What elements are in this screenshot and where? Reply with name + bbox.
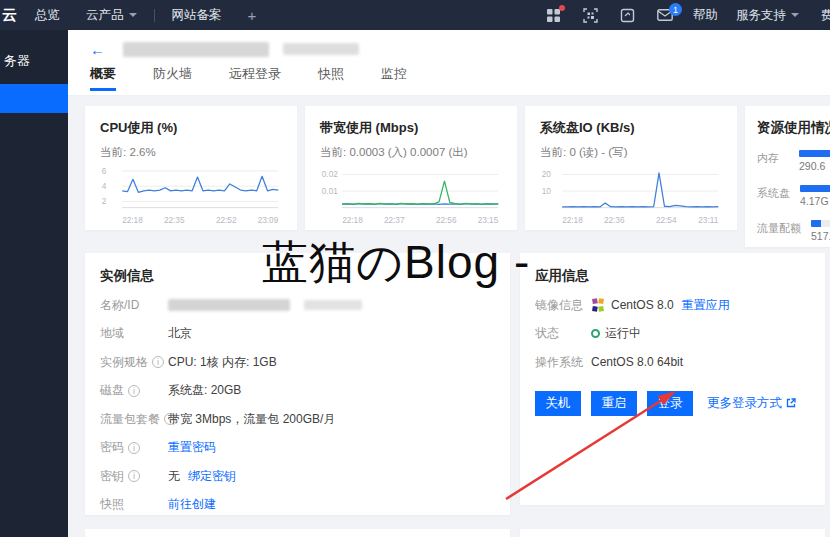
svg-text:22:18: 22:18 <box>562 216 583 225</box>
bandwidth-current-value: 当前: 0.0003 (入) 0.0007 (出) <box>320 145 502 160</box>
svg-text:2: 2 <box>102 197 107 206</box>
svg-text:23:15: 23:15 <box>478 216 499 225</box>
tab-overview[interactable]: 概要 <box>90 65 116 91</box>
tab-remote-login[interactable]: 远程登录 <box>229 65 281 91</box>
instance-name-redacted <box>168 299 290 311</box>
row-region: 地域 北京 <box>100 320 495 349</box>
topbar-right: 1 帮助 服务支持 费 <box>535 0 830 30</box>
svg-text:20: 20 <box>542 170 552 179</box>
instance-name-redacted <box>123 42 269 57</box>
reset-password-link[interactable]: 重置密码 <box>168 439 216 456</box>
instance-id-redacted <box>283 43 359 55</box>
shutdown-button[interactable]: 关机 <box>535 391 581 416</box>
row-traffic-package: 流量包套餐 带宽 3Mbps，流量包 200GB/月 <box>100 405 495 434</box>
restart-button[interactable]: 重启 <box>591 391 637 416</box>
nav-divider <box>154 9 155 22</box>
tab-snapshot[interactable]: 快照 <box>318 65 344 91</box>
memory-usage-value: 290.6 <box>799 160 830 172</box>
app-actions: 关机 重启 登录 更多登录方式 <box>535 391 810 416</box>
svg-text:22:18: 22:18 <box>122 216 143 225</box>
back-arrow-icon[interactable]: ← <box>90 42 105 57</box>
login-button[interactable]: 登录 <box>647 391 693 416</box>
memory-usage-bar <box>799 150 830 157</box>
info-icon[interactable] <box>152 356 164 368</box>
help-link[interactable]: 帮助 <box>684 0 727 30</box>
svg-text:22:54: 22:54 <box>656 216 677 225</box>
instance-id-redacted <box>304 300 362 310</box>
card-stub-right <box>520 529 825 537</box>
svg-text:23:11: 23:11 <box>698 216 718 225</box>
tab-monitor[interactable]: 监控 <box>381 65 407 91</box>
sidebar-item-selected[interactable] <box>0 84 68 113</box>
cloud-logo[interactable]: 云 <box>2 6 22 25</box>
cpu-usage-chart: 24622:1822:3522:5223:09 <box>100 163 282 227</box>
svg-text:6: 6 <box>102 167 107 176</box>
row-os: 操作系统 CentOS 8.0 64bit <box>535 348 810 377</box>
disk-usage-value: 4.17G <box>800 195 830 207</box>
scan-qr-icon[interactable] <box>583 8 598 23</box>
traffic-usage-bar <box>811 220 830 227</box>
svg-text:22:18: 22:18 <box>342 216 363 225</box>
more-login-methods-link[interactable]: 更多登录方式 <box>707 395 796 412</box>
disk-io-chart: 102022:1822:3622:5423:11 <box>540 163 722 227</box>
nav-website-record[interactable]: 网站备案 <box>159 0 235 30</box>
row-password: 密码 重置密码 <box>100 434 495 463</box>
left-sidebar: 务器 <box>0 30 68 537</box>
svg-text:22:35: 22:35 <box>164 216 185 225</box>
running-status-icon <box>591 329 600 338</box>
chevron-down-icon <box>791 13 799 17</box>
card-stub-left <box>85 529 510 537</box>
edge-partial-item[interactable]: 费 <box>812 0 830 30</box>
chevron-down-icon <box>129 13 137 17</box>
row-image-info: 镜像信息 CentOS 8.0 重置应用 <box>535 291 810 320</box>
svg-text:22:56: 22:56 <box>436 216 457 225</box>
disk-io-current-value: 当前: 0 (读) - (写) <box>540 145 722 160</box>
svg-text:10: 10 <box>542 187 552 196</box>
disk-io-card-title: 系统盘IO (KB/s) <box>540 119 722 137</box>
mail-badge: 1 <box>669 3 682 16</box>
sidebar-product-title: 务器 <box>0 30 68 70</box>
tab-bar: 概要 防火墙 远程登录 快照 监控 <box>68 65 830 91</box>
info-icon[interactable] <box>128 442 140 454</box>
svg-text:22:52: 22:52 <box>216 216 237 225</box>
resource-row-traffic-quota: 流量配额 517.9 <box>757 220 830 242</box>
traffic-usage-value: 517.9 <box>811 230 830 242</box>
reset-app-link[interactable]: 重置应用 <box>682 297 730 314</box>
centos-icon <box>591 298 605 312</box>
nav-cloud-products[interactable]: 云产品 <box>73 0 150 30</box>
row-disk: 磁盘 系统盘: 20GB <box>100 377 495 406</box>
disk-usage-bar <box>800 185 830 192</box>
card-resource-usage: 资源使用情况 内存 290.6 系统盘 4.17G 流量配额 517.9 <box>745 106 830 247</box>
info-icon[interactable] <box>128 470 140 482</box>
bandwidth-usage-chart: 0.010.0222:1822:3722:5623:15 <box>320 163 502 227</box>
info-icon[interactable] <box>128 385 140 397</box>
app-card-title: 应用信息 <box>535 267 810 285</box>
card-app-info: 应用信息 镜像信息 CentOS 8.0 重置应用 状态 运行中 <box>520 253 825 505</box>
row-name-id: 名称/ID <box>100 291 495 320</box>
create-snapshot-link[interactable]: 前往创建 <box>168 496 216 513</box>
cpu-card-title: CPU使用 (%) <box>100 119 282 137</box>
top-nav: 总览 云产品 网站备案 + <box>22 0 269 30</box>
row-snapshot: 快照 前往创建 <box>100 491 495 520</box>
card-bandwidth-usage: 带宽使用 (Mbps) 当前: 0.0003 (入) 0.0007 (出) 0.… <box>305 106 517 230</box>
tab-firewall[interactable]: 防火墙 <box>153 65 192 91</box>
console-grid-icon[interactable] <box>546 8 561 23</box>
bind-key-link[interactable]: 绑定密钥 <box>188 468 236 485</box>
document-icon[interactable] <box>620 8 635 23</box>
top-navbar: 云 总览 云产品 网站备案 + 1 帮助 服务支持 费 <box>0 0 830 30</box>
service-support-menu[interactable]: 服务支持 <box>727 0 808 30</box>
svg-text:22:36: 22:36 <box>604 216 625 225</box>
instance-header: ← 概要 防火墙 远程登录 快照 监控 <box>68 30 830 96</box>
row-instance-spec: 实例规格 CPU: 1核 内存: 1GB <box>100 348 495 377</box>
resource-row-system-disk: 系统盘 4.17G <box>757 185 830 207</box>
resource-card-title: 资源使用情况 <box>757 119 830 137</box>
nav-add-tab-button[interactable]: + <box>235 0 270 30</box>
external-link-icon <box>786 398 796 408</box>
resource-row-memory: 内存 290.6 <box>757 150 830 172</box>
mail-icon[interactable]: 1 <box>657 9 673 21</box>
watermark-text: 蓝猫のBlog - <box>262 232 530 294</box>
cpu-current-value: 当前: 2.6% <box>100 145 282 160</box>
card-cpu-usage: CPU使用 (%) 当前: 2.6% 24622:1822:3522:5223:… <box>85 106 297 230</box>
bandwidth-card-title: 带宽使用 (Mbps) <box>320 119 502 137</box>
nav-overview[interactable]: 总览 <box>22 0 73 30</box>
